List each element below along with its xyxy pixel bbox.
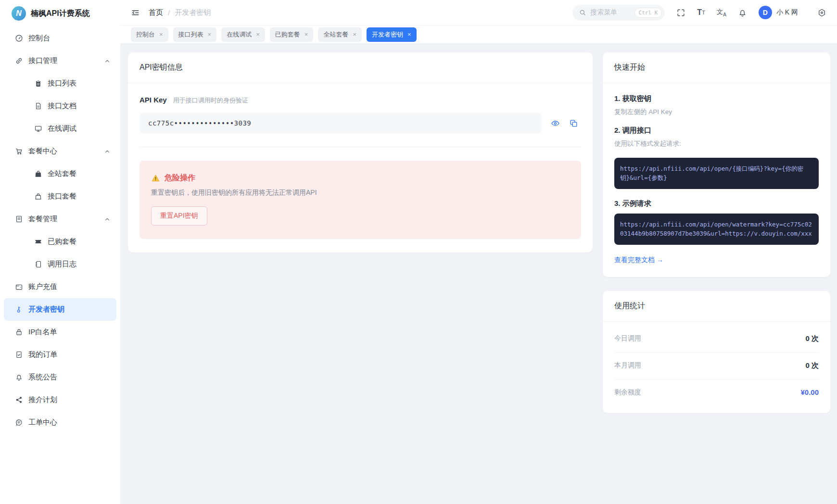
reset-api-key-button[interactable]: 重置API密钥 bbox=[151, 206, 207, 226]
bag-filled-icon bbox=[34, 170, 42, 178]
tab-purchased-packages[interactable]: 已购套餐× bbox=[270, 27, 314, 42]
collapse-sidebar-icon[interactable] bbox=[131, 8, 140, 17]
sidebar-item-recharge[interactable]: 账户充值 bbox=[4, 276, 116, 298]
stat-row-month-calls: 本月调用 0 次 bbox=[614, 353, 819, 379]
font-size-icon[interactable]: TT bbox=[697, 9, 705, 16]
stat-value-balance: ¥0.00 bbox=[800, 388, 819, 396]
close-tab-icon[interactable]: × bbox=[407, 31, 411, 38]
breadcrumb-home[interactable]: 首页 bbox=[149, 8, 163, 17]
sidebar-item-online-debug[interactable]: 在线调试 bbox=[4, 117, 116, 140]
api-key-value-field[interactable]: cc775c••••••••••••••3039 bbox=[140, 113, 542, 133]
danger-zone: 危险操作 重置密钥后，使用旧密钥的所有应用将无法正常调用API 重置API密钥 bbox=[140, 161, 581, 239]
search-input[interactable]: 搜索菜单 Ctrl K bbox=[572, 5, 665, 21]
sidebar-group-package-manage[interactable]: 套餐管理 bbox=[4, 208, 116, 230]
section-divider bbox=[140, 147, 581, 147]
sidebar-item-dashboard[interactable]: 控制台 bbox=[4, 27, 116, 50]
sidebar-item-site-packages[interactable]: 全站套餐 bbox=[4, 163, 116, 185]
app-title: 楠枫API计费系统 bbox=[31, 9, 90, 19]
sidebar-item-my-orders[interactable]: 我的订单 bbox=[4, 343, 116, 366]
quick-start-card: 快速开始 1. 获取密钥 复制左侧的 API Key 2. 调用接口 使用以下格… bbox=[603, 52, 830, 277]
lock-icon bbox=[14, 328, 23, 337]
view-full-docs-link[interactable]: 查看完整文档 → bbox=[614, 256, 663, 265]
bell-icon bbox=[14, 373, 23, 382]
key-icon bbox=[14, 305, 23, 314]
notification-bell-icon[interactable] bbox=[738, 8, 747, 17]
quick-start-step3-heading: 3. 示例请求 bbox=[614, 199, 819, 208]
sidebar-item-tickets[interactable]: 工单中心 bbox=[4, 411, 116, 434]
user-menu[interactable]: D 小 K 网 bbox=[759, 6, 798, 19]
sidebar-group-package-center[interactable]: 套餐中心 bbox=[4, 140, 116, 163]
request-format-code-block: https://api.nfiii.com/api/open/{接口编码}?ke… bbox=[614, 158, 819, 189]
app-logo[interactable]: N 楠枫API计费系统 bbox=[4, 0, 116, 27]
sidebar-item-label: 套餐中心 bbox=[28, 147, 57, 156]
api-key-label: API Key bbox=[140, 96, 167, 104]
stat-value: 0 次 bbox=[805, 361, 819, 370]
example-request-code-block: https://api.nfiii.com/api/open/watermark… bbox=[614, 214, 819, 245]
sidebar-item-call-logs[interactable]: 调用日志 bbox=[4, 253, 116, 276]
danger-description: 重置密钥后，使用旧密钥的所有应用将无法正常调用API bbox=[151, 189, 570, 197]
sidebar-item-api-list[interactable]: 接口列表 bbox=[4, 72, 116, 95]
top-header: 首页 / 开发者密钥 搜索菜单 Ctrl K TT 文A D 小 K 网 bbox=[120, 0, 837, 25]
stat-value: 0 次 bbox=[805, 334, 819, 343]
sidebar-item-label: 我的订单 bbox=[28, 350, 57, 359]
tab-api-list[interactable]: 接口列表× bbox=[173, 27, 217, 42]
order-check-icon bbox=[14, 351, 23, 359]
close-tab-icon[interactable]: × bbox=[353, 31, 356, 38]
breadcrumb: 首页 / 开发者密钥 bbox=[149, 8, 211, 17]
translate-icon[interactable]: 文A bbox=[717, 8, 726, 17]
stat-row-today-calls: 今日调用 0 次 bbox=[614, 326, 819, 353]
tab-site-packages[interactable]: 全站套餐× bbox=[318, 27, 362, 42]
sidebar-item-label: 调用日志 bbox=[48, 260, 76, 269]
api-group-icon bbox=[14, 57, 23, 65]
sidebar-item-label: 全站套餐 bbox=[48, 169, 76, 178]
sidebar-item-developer-key[interactable]: 开发者密钥 bbox=[4, 298, 116, 321]
sidebar-item-label: 推介计划 bbox=[28, 395, 57, 404]
sidebar-item-label: 在线调试 bbox=[48, 124, 76, 133]
stat-row-remaining-balance: 剩余额度 ¥0.00 bbox=[614, 379, 819, 405]
sidebar-item-ip-whitelist[interactable]: IP白名单 bbox=[4, 321, 116, 343]
sidebar-item-api-packages[interactable]: 接口套餐 bbox=[4, 185, 116, 208]
sidebar-group-api-manage[interactable]: 接口管理 bbox=[4, 50, 116, 72]
close-tab-icon[interactable]: × bbox=[304, 31, 308, 38]
stat-label: 本月调用 bbox=[614, 361, 641, 370]
tab-dashboard[interactable]: 控制台× bbox=[131, 27, 168, 42]
tab-online-debug[interactable]: 在线调试× bbox=[221, 27, 265, 42]
quick-start-title: 快速开始 bbox=[603, 52, 830, 83]
warning-icon bbox=[151, 174, 160, 183]
sidebar-item-label: 已购套餐 bbox=[48, 237, 76, 246]
ticket-icon bbox=[34, 238, 42, 246]
document-icon bbox=[34, 102, 42, 111]
close-tab-icon[interactable]: × bbox=[159, 31, 163, 38]
quick-start-step1-text: 复制左侧的 API Key bbox=[614, 108, 819, 116]
fullscreen-icon[interactable] bbox=[676, 8, 685, 17]
chevron-up-icon bbox=[104, 58, 111, 64]
sidebar-item-label: 套餐管理 bbox=[28, 214, 57, 224]
copy-key-icon[interactable] bbox=[569, 119, 578, 128]
sidebar-item-label: 账户充值 bbox=[28, 282, 57, 291]
sidebar: N 楠枫API计费系统 控制台 接口管理 接口列表 接口文档 在线调试 套餐中心… bbox=[0, 0, 120, 504]
dashboard-icon bbox=[14, 34, 23, 43]
sidebar-item-referral[interactable]: 推介计划 bbox=[4, 389, 116, 411]
breadcrumb-current: 开发者密钥 bbox=[175, 8, 211, 17]
stat-label: 今日调用 bbox=[614, 334, 641, 343]
page-lines-icon bbox=[14, 215, 23, 224]
sidebar-item-label: IP白名单 bbox=[28, 328, 57, 337]
danger-title: 危险操作 bbox=[165, 173, 195, 183]
quick-start-step2-heading: 2. 调用接口 bbox=[614, 126, 819, 135]
tab-developer-key[interactable]: 开发者密钥× bbox=[367, 27, 417, 42]
api-key-card: API密钥信息 API Key 用于接口调用时的身份验证 cc775c•••••… bbox=[128, 52, 593, 252]
breadcrumb-separator: / bbox=[168, 9, 170, 17]
toggle-key-visibility-icon[interactable] bbox=[551, 119, 560, 128]
sidebar-item-api-docs[interactable]: 接口文档 bbox=[4, 95, 116, 117]
settings-gear-icon[interactable] bbox=[817, 8, 826, 17]
close-tab-icon[interactable]: × bbox=[256, 31, 260, 38]
search-shortcut-badge: Ctrl K bbox=[634, 8, 662, 18]
sidebar-item-label: 工单中心 bbox=[28, 418, 57, 427]
avatar: D bbox=[759, 6, 772, 19]
user-name: 小 K 网 bbox=[776, 8, 798, 17]
bag-icon bbox=[34, 192, 42, 201]
close-tab-icon[interactable]: × bbox=[208, 31, 212, 38]
sidebar-item-announcements[interactable]: 系统公告 bbox=[4, 366, 116, 389]
quick-start-step2-text: 使用以下格式发起请求: bbox=[614, 139, 819, 148]
sidebar-item-purchased-packages[interactable]: 已购套餐 bbox=[4, 230, 116, 253]
